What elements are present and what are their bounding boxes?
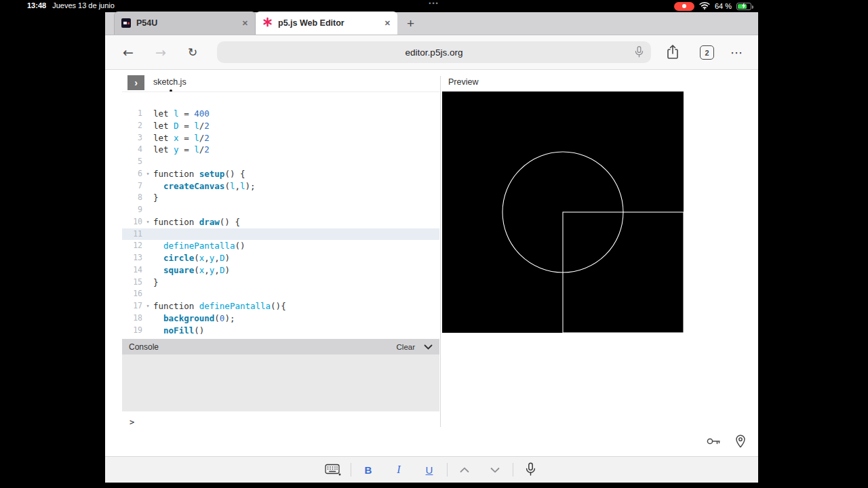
line-gutter: 17▾ bbox=[122, 300, 153, 312]
code-line[interactable]: 12 definePantalla() bbox=[122, 240, 439, 252]
code-line[interactable]: 13 circle(x,y,D) bbox=[122, 252, 439, 264]
code-text: circle(x,y,D) bbox=[153, 252, 230, 264]
line-gutter: 4 bbox=[122, 144, 153, 156]
wifi-icon bbox=[699, 0, 710, 12]
line-gutter: 8 bbox=[122, 192, 153, 204]
line-number: 19 bbox=[122, 325, 142, 337]
forward-button[interactable]: → bbox=[155, 45, 166, 60]
dictation-mic-icon[interactable] bbox=[515, 462, 546, 477]
mic-icon[interactable] bbox=[635, 45, 644, 61]
code-line[interactable]: 17▾function definePantalla(){ bbox=[122, 300, 439, 312]
console-output bbox=[122, 354, 439, 411]
code-text: createCanvas(l,l); bbox=[153, 180, 256, 192]
line-gutter: 5 bbox=[122, 156, 153, 168]
multitask-dots-icon[interactable]: ••• bbox=[429, 0, 439, 7]
more-menu-button[interactable]: ⋯ bbox=[730, 45, 743, 60]
code-line[interactable]: 15} bbox=[122, 277, 439, 289]
screen-recording-indicator[interactable] bbox=[674, 2, 694, 11]
italic-button[interactable]: I bbox=[384, 464, 414, 476]
chevron-down-icon[interactable] bbox=[480, 467, 511, 473]
fold-spacer bbox=[142, 277, 153, 289]
code-line[interactable]: 8} bbox=[122, 192, 439, 204]
fold-arrow-icon[interactable]: ▾ bbox=[142, 168, 153, 180]
browser-tab-p54u[interactable]: P54U ✕ bbox=[114, 12, 256, 35]
line-gutter: 1 bbox=[122, 108, 153, 120]
line-gutter: 3 bbox=[122, 132, 153, 144]
new-tab-button[interactable]: + bbox=[407, 12, 414, 35]
line-number: 4 bbox=[122, 144, 142, 156]
preview-shape-rect bbox=[563, 212, 684, 333]
line-gutter: 6▾ bbox=[122, 168, 153, 180]
code-text: function setup() { bbox=[153, 168, 245, 180]
code-text: background(0); bbox=[153, 312, 235, 325]
code-text: noFill() bbox=[153, 325, 204, 337]
sidebar-expand-button[interactable]: › bbox=[127, 75, 144, 90]
line-number: 3 bbox=[122, 132, 142, 144]
tab-title: P54U bbox=[136, 18, 237, 28]
keyboard-icon[interactable] bbox=[318, 464, 349, 476]
share-button[interactable] bbox=[666, 44, 679, 63]
code-line[interactable]: 5 bbox=[122, 156, 439, 168]
line-number: 12 bbox=[122, 240, 142, 252]
code-text: square(x,y,D) bbox=[153, 264, 230, 277]
line-number: 9 bbox=[122, 204, 142, 216]
line-number: 1 bbox=[122, 108, 142, 120]
line-number: 2 bbox=[122, 120, 142, 132]
url-bar[interactable]: editor.p5js.org bbox=[217, 41, 651, 63]
reload-button[interactable]: ↻ bbox=[188, 45, 197, 59]
code-line[interactable]: 11 bbox=[122, 228, 439, 241]
code-line[interactable]: 16 bbox=[122, 288, 439, 300]
line-number: 5 bbox=[122, 156, 142, 168]
fold-spacer bbox=[142, 252, 153, 264]
tab-close-icon[interactable]: ✕ bbox=[384, 19, 391, 28]
line-number: 10 bbox=[122, 216, 142, 228]
code-line[interactable]: 14 square(x,y,D) bbox=[122, 264, 439, 277]
fold-spacer bbox=[142, 312, 153, 325]
file-tab-sketchjs[interactable]: sketch.js bbox=[153, 77, 186, 87]
line-number: 11 bbox=[122, 228, 142, 241]
fold-spacer bbox=[142, 228, 153, 241]
code-line[interactable]: 6▾function setup() { bbox=[122, 168, 439, 180]
screen: { "status": { "time": "13:48", "date": "… bbox=[0, 0, 868, 488]
line-gutter: 16 bbox=[122, 288, 153, 300]
status-date: Jueves 13 de junio bbox=[52, 1, 115, 9]
code-line[interactable]: 7 createCanvas(l,l); bbox=[122, 180, 439, 192]
line-number: 8 bbox=[122, 192, 142, 204]
browser-tab-p5js[interactable]: p5.js Web Editor ✕ bbox=[256, 12, 397, 35]
chevron-up-icon[interactable] bbox=[450, 467, 480, 473]
fold-arrow-icon[interactable]: ▾ bbox=[142, 300, 153, 312]
tab-switcher-button[interactable]: 2 bbox=[700, 45, 714, 60]
code-line[interactable]: 19 noFill() bbox=[122, 325, 439, 337]
password-key-icon[interactable] bbox=[706, 436, 721, 449]
code-text: } bbox=[153, 277, 159, 289]
bold-button[interactable]: B bbox=[353, 464, 384, 476]
code-line[interactable]: 18 background(0); bbox=[122, 312, 439, 325]
code-text: function draw() { bbox=[153, 216, 240, 228]
code-text: let l = 400 bbox=[153, 108, 210, 120]
code-editor[interactable]: 1let l = 4002let D = l/23let x = l/24let… bbox=[122, 108, 439, 336]
editor-header-divider bbox=[122, 92, 439, 92]
tab-close-icon[interactable]: ✕ bbox=[242, 19, 248, 28]
fold-spacer bbox=[142, 240, 153, 252]
console-clear-button[interactable]: Clear bbox=[397, 343, 415, 351]
code-line[interactable]: 9 bbox=[122, 204, 439, 216]
underline-button[interactable]: U bbox=[414, 464, 445, 476]
fold-spacer bbox=[142, 204, 153, 216]
back-button[interactable]: ← bbox=[123, 45, 134, 60]
panel-divider[interactable] bbox=[440, 76, 441, 427]
code-line[interactable]: 10▾function draw() { bbox=[122, 216, 439, 228]
code-line[interactable]: 3let x = l/2 bbox=[122, 132, 439, 144]
location-pin-icon[interactable] bbox=[735, 434, 746, 451]
line-gutter: 12 bbox=[122, 240, 153, 252]
code-line[interactable]: 2let D = l/2 bbox=[122, 120, 439, 132]
line-number: 17 bbox=[122, 300, 142, 312]
fold-arrow-icon[interactable]: ▾ bbox=[142, 216, 153, 228]
console-collapse-chevron-icon[interactable] bbox=[424, 342, 433, 352]
console-input[interactable]: > bbox=[122, 415, 439, 430]
p5-editor-page: › sketch.js 1let l = 4002let D = l/23let… bbox=[105, 70, 758, 456]
code-line[interactable]: 1let l = 400 bbox=[122, 108, 439, 120]
fold-spacer bbox=[142, 144, 153, 156]
fold-spacer bbox=[142, 156, 153, 168]
p5js-favicon bbox=[262, 17, 273, 29]
code-line[interactable]: 4let y = l/2 bbox=[122, 144, 439, 156]
